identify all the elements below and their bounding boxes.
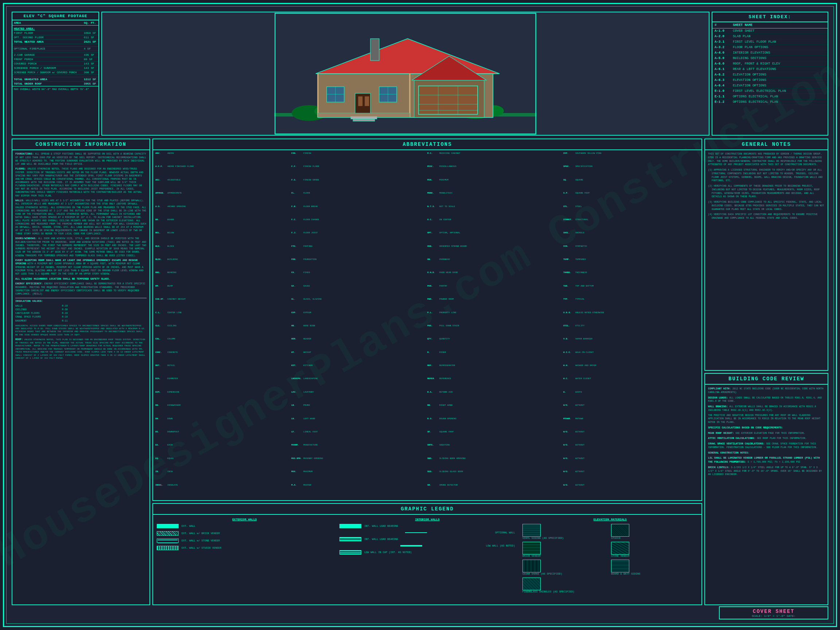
inner-border: HouseDesignerPlans.com Construction ELEV… (6, 6, 834, 624)
svg-rect-31 (353, 119, 375, 122)
legend-exterior-walls: EXTERIOR WALLS EXT. WALL (157, 518, 332, 599)
legend-material-item: VINYL SIDING (AS SPECIFIED) (523, 524, 609, 540)
svg-rect-14 (365, 96, 369, 106)
sheet-index-col-name: SHEET NAME (731, 22, 827, 28)
legend-material-item: CEDAR SHAKE (AS SPECIFIED) (523, 560, 609, 575)
graphic-legend-title: GRAPHIC LEGEND (153, 504, 701, 515)
elev-row-label: FIRST FLOOR (13, 31, 82, 35)
sheet-index-col-num: # (712, 22, 731, 28)
legend-label: VINYL SIDING (AS SPECIFIED) (523, 537, 609, 540)
legend-item: LOW WALL (AS NOTED) (339, 544, 515, 547)
title-block: COVER SHEET SCALE: 1/4" = 1'-0" DATE: (719, 606, 828, 619)
elev-heated-header: HEATED AREA: (13, 25, 98, 31)
legend-material-item: BRICK VENEER (523, 542, 609, 557)
ci-glass-header: ALL GLAZING HAZARDOUS LOCATION SHALL BE … (15, 278, 110, 280)
elev-row-label: 2-CAR GARAGE (13, 53, 82, 57)
legend-label: BRICK VENEER (523, 554, 609, 557)
ins-row: BASEMENTR-11 (15, 319, 147, 323)
legend-line-cap (339, 550, 361, 554)
elev-row-label: SCREENED PORCH / SUNROOM w/ COVERED PORC… (13, 70, 82, 75)
general-notes-title: GENERAL NOTES (705, 139, 827, 150)
legend-line-hatch (157, 531, 178, 535)
general-notes-panel: GENERAL NOTES THIS SET OF CONSTRUCTION D… (704, 139, 828, 371)
elev-row-val: 2621 SF (82, 40, 98, 44)
abbrev-grid: ABV.ABOVE FIN.FINISH M.C.MEDICINE CABINE… (153, 150, 701, 498)
scale-label: SCALE: 1/4" = 1'-0" DATE: (752, 614, 796, 617)
legend-line-low (400, 545, 422, 546)
legend-label: EXT. WALL w/ BRICK VENEER (182, 532, 220, 535)
legend-label: EXT. WALL (182, 525, 196, 527)
middle-columns: ABBREVIATIONS ABV.ABOVE FIN.FINISH M.C.M… (152, 139, 702, 605)
sheet-row: E-1.2OPTIONS ELECTRICAL PLAN (712, 99, 827, 105)
sheet-row: A-3.1FIRST LEVEL FLOOR PLAN (712, 39, 827, 45)
legend-label: LOW WALL IN CAP (INT. AS NOTED) (364, 551, 412, 554)
elev-row-val: 435 SF (82, 53, 98, 57)
sheet-row: A-6.1REAR & LEFT ELEVATIONS (712, 67, 827, 72)
construction-info-text: FOUNDATIONS: ALL SPREAD & STRIP FOOTINGS… (13, 150, 150, 363)
legend-elevation-title: ELEVATION MATERIALS (523, 518, 698, 521)
insulation-title: INSULATION VALUES: (15, 300, 147, 303)
elev-row-val: 143 SF (82, 66, 98, 70)
legend-line-stucco (157, 546, 178, 550)
elev-row-label: OPT. SECOND FLOOR (13, 35, 82, 40)
legend-item: INT. WALL LOAD BEARING (339, 524, 515, 528)
svg-rect-13 (358, 96, 362, 106)
legend-item: EXT. WALL w/ BRICK VENEER (157, 531, 332, 535)
top-section: ELEV "C" SQUARE FOOTAGE AREA SQ. FT. HEA… (12, 12, 828, 136)
sheet-index: SHEET INDEX: # SHEET NAME A-1.0COVER SHE… (712, 12, 828, 136)
legend-label: OPTIONAL WALL (495, 531, 515, 534)
legend-material-item: STUCCO (611, 524, 698, 540)
general-notes-text: THIS SET OF CONSTRUCTION DOCUMENTS HAS P… (705, 150, 827, 368)
legend-item: EXT. WALL (157, 524, 332, 528)
elev-row-val: 88 SF (82, 57, 98, 62)
legend-interior-walls: INTERIOR WALLS INT. WALL LOAD BEARING OP… (339, 518, 515, 599)
ci-walls-header: WALLS: (15, 199, 24, 202)
sheet-index-title: SHEET INDEX: (712, 13, 827, 22)
legend-item: INT. WALL LOAD BEARING (339, 537, 515, 542)
legend-item: OPTIONAL WALL (339, 531, 515, 534)
legend-swatch-fiberglass (523, 578, 541, 590)
main-border: HouseDesignerPlans.com Construction ELEV… (3, 3, 837, 627)
insulation-table: INSULATION VALUES: WALLSR-19 CEILINGSR-3… (15, 298, 147, 322)
elev-row-label: TOTAL UNDER ROOF (13, 82, 82, 86)
elev-row-val: 143 SF (82, 62, 98, 66)
ins-row: WALLSR-19 (15, 305, 147, 308)
elev-row-val: 308 SF (82, 70, 98, 75)
elev-row-label: FRONT PORCH (13, 57, 82, 62)
legend-swatch-brick (523, 542, 541, 554)
legend-material-item: BOARD & BATT SIDING (611, 560, 698, 575)
sheet-row: E-1.1OPTIONS ELECTRICAL PLAN (712, 94, 827, 99)
legend-material-item: FIBERGLASS SHINGLES (AS SPECIFIED) (523, 578, 609, 593)
gn-item-2: (2) VERIFYING ALL COMPONENTS OF THESE DR… (708, 185, 825, 199)
elev-row-label: OPTIONAL FIREPLACE (13, 47, 82, 51)
ci-sleeping-header: EVERY SLEEPING ROOM SHALL HAVE AT LEAST … (15, 259, 138, 265)
footer-bar: COVER SHEET SCALE: 1/4" = 1'-0" DATE: (12, 606, 828, 620)
elev-col-sqft: SQ. FT. (82, 21, 98, 25)
sheet-name-label: COVER SHEET (753, 608, 794, 614)
legend-item: LOW WALL IN CAP (INT. AS NOTED) (339, 550, 515, 554)
legend-exterior-title: EXTERIOR WALLS (157, 518, 332, 521)
legend-interior-title: INTERIOR WALLS (339, 518, 515, 521)
sheet-row: A-2.0SLAB PLAN (712, 34, 827, 39)
sheet-row: A-3.2FLOOR PLAN OPTIONS (712, 45, 827, 50)
sheet-row: A-1.0COVER SHEET (712, 28, 827, 34)
gn-item-1: (1) APPROVING A LICENSED STRUCTURAL ENGI… (708, 169, 825, 183)
elev-row-val: 1650 SF (82, 31, 98, 35)
legend-label: CEDAR SHAKE (AS SPECIFIED) (523, 572, 609, 575)
legend-label: STONE VENEER (611, 554, 698, 557)
construction-info-title: CONSTRUCTION INFORMATION (13, 139, 150, 150)
elev-row-val: 4 SF (82, 47, 98, 51)
legend-line-optional (405, 532, 427, 533)
legend-item: EXT. WALL w/ STONE VENEER (157, 538, 332, 543)
legend-label: FIBERGLASS SHINGLES (AS SPECIFIED) (523, 590, 609, 593)
construction-info-panel: CONSTRUCTION INFORMATION FOUNDATIONS: AL… (12, 139, 150, 605)
legend-label: BOARD & BATT SIDING (611, 572, 698, 575)
legend-item: EXT. WALL w/ STUCCO VENEER (157, 546, 332, 550)
sheet-row: A-6.2ELEVATION OPTIONS (712, 72, 827, 77)
svg-rect-21 (418, 86, 478, 114)
building-code-panel: BUILDING CODE REVIEW COMPLIANT WITH: 201… (704, 373, 828, 605)
graphic-legend-panel: GRAPHIC LEGEND EXTERIOR WALLS EXT. WALL (152, 503, 702, 605)
sheet-row: A-4.0INTERIOR ELEVATIONS (712, 50, 827, 56)
ci-energy-header: ENERGY EFFICIENCY: (15, 282, 43, 285)
legend-line-double (157, 538, 178, 543)
